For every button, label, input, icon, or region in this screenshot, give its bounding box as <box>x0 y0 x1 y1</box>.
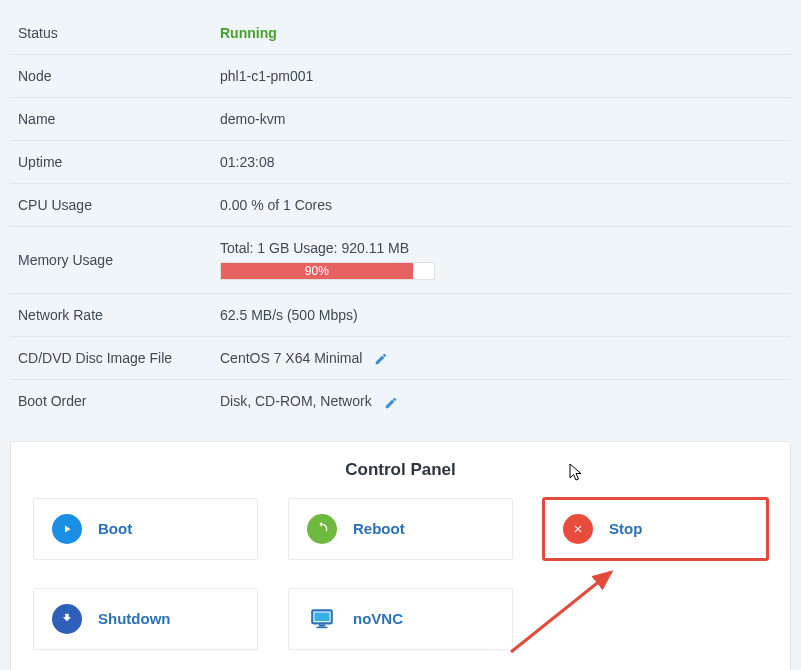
monitor-icon <box>307 604 337 634</box>
download-icon <box>52 604 82 634</box>
reboot-label: Reboot <box>353 520 405 537</box>
control-panel-title: Control Panel <box>33 460 768 480</box>
status-label: Status <box>10 12 220 55</box>
name-value: demo-kvm <box>220 98 791 141</box>
status-row: Status Running <box>10 12 791 55</box>
memory-row: Memory Usage Total: 1 GB Usage: 920.11 M… <box>10 227 791 294</box>
memory-progress-bar: 90% <box>221 263 413 279</box>
boot-value: Disk, CD-ROM, Network <box>220 393 372 409</box>
node-value: phl1-c1-pm001 <box>220 55 791 98</box>
network-row: Network Rate 62.5 MB/s (500 Mbps) <box>10 294 791 337</box>
stop-label: Stop <box>609 520 642 537</box>
cpu-label: CPU Usage <box>10 184 220 227</box>
node-label: Node <box>10 55 220 98</box>
close-icon <box>563 514 593 544</box>
boot-label: Boot Order <box>10 380 220 423</box>
disc-label: CD/DVD Disc Image File <box>10 337 220 380</box>
svg-line-5 <box>511 572 611 652</box>
stop-button[interactable]: Stop <box>543 498 768 560</box>
memory-text: Total: 1 GB Usage: 920.11 MB <box>220 240 781 256</box>
boot-label: Boot <box>98 520 132 537</box>
cursor-icon <box>569 463 585 483</box>
memory-progress: 90% <box>220 262 435 280</box>
control-panel: Control Panel Boot Reboot Stop Shutdown <box>10 441 791 670</box>
disc-row: CD/DVD Disc Image File CentOS 7 X64 Mini… <box>10 337 791 380</box>
svg-rect-2 <box>319 624 326 626</box>
svg-rect-1 <box>314 612 329 621</box>
shutdown-button[interactable]: Shutdown <box>33 588 258 650</box>
novnc-label: noVNC <box>353 610 403 627</box>
annotation-arrow-icon <box>501 562 631 662</box>
shutdown-label: Shutdown <box>98 610 170 627</box>
cpu-row: CPU Usage 0.00 % of 1 Cores <box>10 184 791 227</box>
edit-disc-icon[interactable] <box>374 352 388 366</box>
cpu-value: 0.00 % of 1 Cores <box>220 184 791 227</box>
name-label: Name <box>10 98 220 141</box>
reboot-button[interactable]: Reboot <box>288 498 513 560</box>
boot-button[interactable]: Boot <box>33 498 258 560</box>
uptime-row: Uptime 01:23:08 <box>10 141 791 184</box>
uptime-label: Uptime <box>10 141 220 184</box>
memory-label: Memory Usage <box>10 227 220 294</box>
edit-boot-icon[interactable] <box>384 396 398 410</box>
boot-row: Boot Order Disk, CD-ROM, Network <box>10 380 791 423</box>
play-icon <box>52 514 82 544</box>
reboot-icon <box>307 514 337 544</box>
status-value: Running <box>220 25 277 41</box>
network-label: Network Rate <box>10 294 220 337</box>
disc-value: CentOS 7 X64 Minimal <box>220 350 362 366</box>
info-table: Status Running Node phl1-c1-pm001 Name d… <box>10 12 791 423</box>
network-value: 62.5 MB/s (500 Mbps) <box>220 294 791 337</box>
novnc-button[interactable]: noVNC <box>288 588 513 650</box>
svg-rect-3 <box>317 626 328 628</box>
node-row: Node phl1-c1-pm001 <box>10 55 791 98</box>
uptime-value: 01:23:08 <box>220 141 791 184</box>
name-row: Name demo-kvm <box>10 98 791 141</box>
